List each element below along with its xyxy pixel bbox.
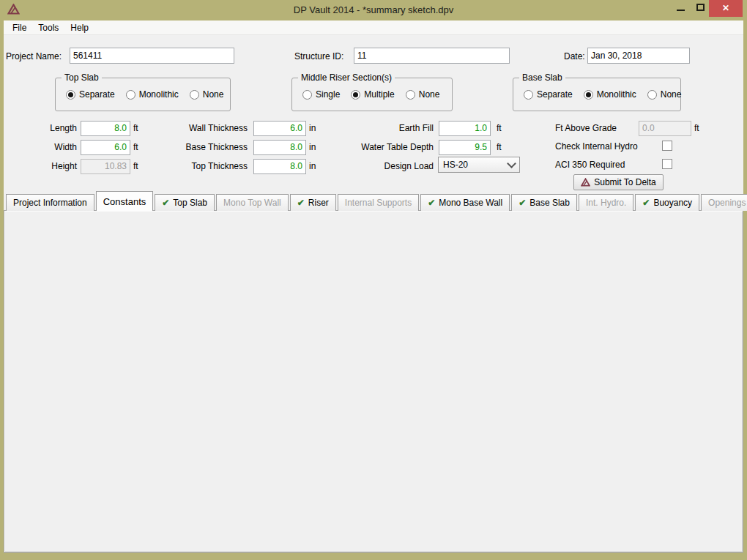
menu-file[interactable]: File [7, 21, 32, 34]
base-slab-radio-separate[interactable]: Separate [524, 89, 573, 100]
radio-label: Monolithic [597, 89, 636, 100]
top-thickness-unit: in [309, 161, 316, 171]
wall-thickness-label: Wall Thickness [168, 123, 248, 133]
maximize-icon [696, 4, 705, 11]
submit-to-delta-label: Submit To Delta [594, 177, 656, 187]
menu-tools[interactable]: Tools [32, 21, 64, 34]
top-thickness-label: Top Thickness [168, 161, 248, 171]
middle-riser-group: Middle Riser Section(s) Single Multiple … [291, 78, 453, 111]
aci-350-required-checkbox[interactable] [662, 159, 672, 169]
radio-icon [647, 90, 657, 100]
menu-bar: File Tools Help [4, 20, 743, 35]
menu-help[interactable]: Help [64, 21, 94, 34]
radio-label: Single [316, 89, 340, 100]
tab-label: Base Slab [529, 198, 570, 208]
radio-icon [190, 90, 199, 100]
design-load-value: HS-20 [443, 160, 468, 170]
check-icon: ✔ [162, 198, 169, 208]
top-slab-group: Top Slab Separate Monolithic None [55, 78, 231, 111]
radio-icon [406, 90, 415, 100]
radio-icon [524, 90, 533, 100]
wall-thickness-field[interactable]: 6.0 [253, 121, 306, 136]
tab-mono-base-wall[interactable]: ✔Mono Base Wall [420, 194, 510, 211]
height-label: Height [21, 161, 77, 171]
earth-fill-field[interactable]: 1.0 [439, 121, 491, 136]
base-thickness-label: Base Thickness [168, 142, 248, 152]
design-load-select[interactable]: HS-20 [438, 157, 520, 173]
aci-350-required-label: ACI 350 Required [555, 160, 625, 170]
top-slab-group-title: Top Slab [62, 72, 102, 83]
chevron-down-icon [507, 159, 516, 168]
radio-label: Separate [79, 89, 115, 100]
project-name-field[interactable]: 561411 [70, 48, 234, 64]
ft-above-grade-label: Ft Above Grade [555, 123, 617, 133]
check-icon: ✔ [297, 198, 305, 208]
base-slab-radio-none[interactable]: None [647, 89, 682, 100]
tab-label: Buoyancy [653, 198, 692, 208]
length-field[interactable]: 8.0 [81, 121, 130, 136]
height-unit: ft [133, 161, 138, 171]
tab-base-slab[interactable]: ✔Base Slab [511, 194, 577, 211]
structure-id-field[interactable]: 11 [354, 48, 510, 64]
ft-above-grade-field: 0.0 [639, 121, 691, 136]
check-icon: ✔ [428, 198, 435, 208]
top-thickness-field[interactable]: 8.0 [253, 159, 306, 174]
length-label: Length [21, 123, 77, 133]
tab-riser[interactable]: ✔Riser [290, 194, 336, 211]
date-field[interactable]: Jan 30, 2018 [587, 48, 690, 64]
top-slab-radio-separate[interactable]: Separate [66, 89, 115, 100]
tab-label: Riser [308, 198, 329, 208]
radio-icon [126, 90, 135, 100]
water-table-depth-field[interactable]: 9.5 [439, 140, 491, 155]
water-table-depth-label: Water Table Depth [347, 142, 434, 152]
check-icon: ✔ [642, 198, 650, 208]
close-button[interactable]: ✕ [709, 0, 743, 17]
earth-fill-label: Earth Fill [347, 123, 434, 133]
tab-constants[interactable]: Constants [96, 191, 154, 211]
date-label: Date: [564, 51, 585, 61]
tab-label: Top Slab [173, 198, 207, 208]
tab-top-slab[interactable]: ✔Top Slab [155, 194, 215, 211]
tab-int-hydro: Int. Hydro. [579, 194, 633, 211]
radio-label: None [203, 89, 224, 100]
middle-riser-group-title: Middle Riser Section(s) [298, 72, 395, 83]
tab-label: Mono Top Wall [223, 198, 281, 208]
close-icon: ✕ [722, 3, 729, 13]
water-table-depth-unit: ft [497, 142, 502, 152]
delta-logo-icon [581, 178, 590, 187]
tab-label: Project Information [13, 198, 87, 208]
radio-label: Separate [537, 89, 573, 100]
minimize-icon [677, 10, 685, 11]
earth-fill-unit: ft [497, 123, 502, 133]
app-window: DP Vault 2014 - *summary sketch.dpv ✕ Fi… [0, 0, 747, 560]
submit-to-delta-button[interactable]: Submit To Delta [573, 174, 664, 190]
middle-riser-radio-single[interactable]: Single [302, 89, 340, 100]
window-title: DP Vault 2014 - *summary sketch.dpv [0, 4, 747, 15]
check-icon: ✔ [519, 198, 526, 208]
radio-label: Monolithic [139, 89, 179, 100]
wall-thickness-unit: in [309, 123, 316, 133]
tab-buoyancy[interactable]: ✔Buoyancy [635, 194, 699, 211]
tab-label: Internal Supports [345, 198, 412, 208]
middle-riser-radio-multiple[interactable]: Multiple [351, 89, 394, 100]
radio-icon [584, 90, 593, 100]
base-slab-radio-monolithic[interactable]: Monolithic [584, 89, 636, 100]
tab-bar: Project Information Constants ✔Top Slab … [6, 191, 747, 211]
tab-project-information[interactable]: Project Information [6, 194, 94, 211]
radio-label: None [661, 89, 682, 100]
height-field: 10.83 [81, 159, 130, 174]
minimize-button[interactable] [671, 0, 690, 17]
tab-internal-supports: Internal Supports [338, 194, 419, 211]
radio-label: Multiple [364, 89, 394, 100]
radio-icon [351, 90, 360, 100]
base-thickness-field[interactable]: 8.0 [253, 140, 306, 155]
middle-riser-radio-none[interactable]: None [406, 89, 440, 100]
maximize-button[interactable] [691, 0, 710, 17]
constants-tab-panel [4, 210, 743, 553]
width-field[interactable]: 6.0 [81, 140, 130, 155]
top-slab-radio-none[interactable]: None [190, 89, 224, 100]
check-internal-hydro-checkbox[interactable] [662, 141, 672, 151]
top-slab-radio-monolithic[interactable]: Monolithic [126, 89, 179, 100]
tab-label: Int. Hydro. [586, 198, 626, 208]
base-slab-group-title: Base Slab [519, 72, 565, 83]
